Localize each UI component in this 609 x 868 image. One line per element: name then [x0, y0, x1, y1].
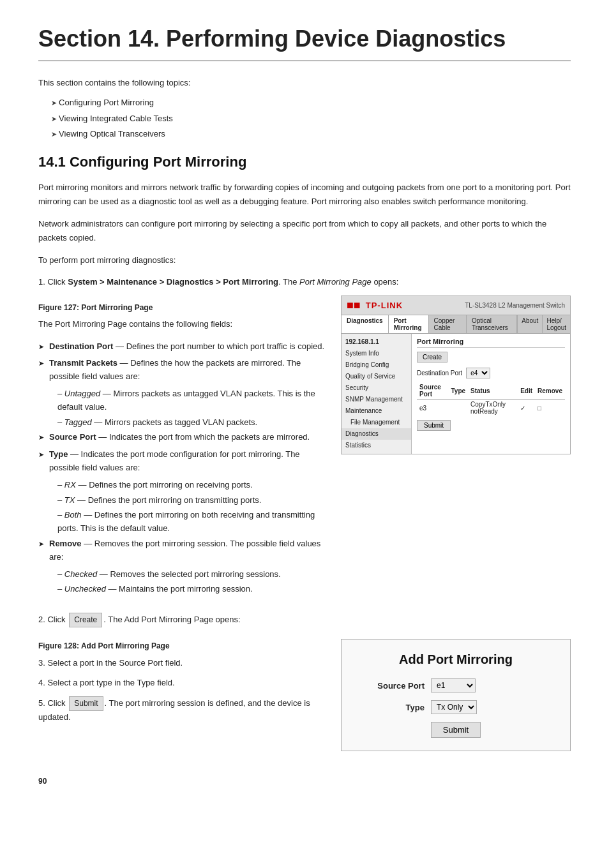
sidebar-snmp[interactable]: SNMP Management	[342, 394, 411, 405]
tplink-logo: TP-LINK	[366, 301, 403, 310]
transmit-sub-2: Tagged — Mirrors packets as tagged VLAN …	[57, 416, 328, 430]
step2-create-btn[interactable]: Create	[69, 613, 102, 627]
para1: Port mirroring monitors and mirrors netw…	[38, 181, 571, 208]
tplink-header: ■■ TP-LINK TL-SL3428 L2 Management Switc…	[342, 296, 570, 315]
nav-diagnostics[interactable]: Diagnostics	[342, 315, 389, 333]
topic-3: Viewing Optical Transceivers	[51, 128, 571, 141]
nav-help-logout[interactable]: Help/ Logout	[542, 315, 570, 333]
tplink-nav: Diagnostics Port Mirroring Copper Cable …	[342, 315, 570, 334]
step4-text: 4. Select a port type in the Type field.	[38, 677, 328, 690]
sidebar-file-mgmt[interactable]: File Management	[342, 417, 411, 428]
sidebar-bridging[interactable]: Bridging Config	[342, 359, 411, 371]
sidebar-maintenance[interactable]: Maintenance	[342, 405, 411, 417]
left-col-2: Figure 128: Add Port Mirroring Page 3. S…	[38, 634, 328, 731]
type-label: Type	[49, 449, 68, 459]
tplink-table: Source Port Type Status Edit Remove e3	[417, 382, 565, 416]
remove-label: Remove	[49, 539, 82, 548]
nav-copper-cable[interactable]: Copper Cable	[429, 315, 467, 333]
type-sub-both: Both — Defines the port mirroring on bot…	[57, 509, 328, 535]
tplink-content-title: Port Mirroring	[417, 338, 565, 348]
type-bullet: Type — Indicates the port mode configura…	[38, 448, 328, 475]
tplink-body: 192.168.1.1 System Info Bridging Config …	[342, 334, 570, 454]
col-type: Type	[448, 382, 468, 400]
para2: Network administrators can configure por…	[38, 217, 571, 244]
para3: To perform port mirroring diagnostics:	[38, 253, 571, 267]
col-source-port: Source Port	[417, 382, 448, 400]
source-port-field-label: Source Port	[361, 681, 425, 691]
step5-submit-btn[interactable]: Submit	[69, 696, 103, 711]
add-port-widget: Add Port Mirroring Source Port e1 Type T…	[341, 634, 571, 751]
tplink-submit-button[interactable]: Submit	[417, 420, 451, 431]
source-port-label: Source Port	[49, 432, 96, 442]
nav-about[interactable]: About	[517, 315, 542, 333]
source-port-bullet: Source Port — Indicates the port from wh…	[38, 431, 328, 444]
field-bullets: Destination Port — Defines the port numb…	[38, 340, 328, 597]
figure127-label: Figure 127: Port Mirroring Page	[38, 303, 328, 312]
step1-text: 1. Click System > Maintenance > Diagnost…	[38, 276, 571, 289]
tplink-sidebar: 192.168.1.1 System Info Bridging Config …	[342, 334, 412, 454]
sidebar-system-info[interactable]: System Info	[342, 348, 411, 359]
page-number: 90	[38, 777, 47, 786]
source-port-row: Source Port e1	[361, 678, 551, 692]
topic-1: Configuring Port Mirroring	[51, 96, 571, 110]
col-edit: Edit	[518, 382, 535, 400]
page-container: Section 14. Performing Device Diagnostic…	[0, 0, 609, 798]
cell-edit[interactable]: ✓	[518, 400, 535, 417]
tplink-dots: ■■	[347, 299, 361, 312]
sidebar-ip: 192.168.1.1	[342, 336, 411, 348]
tplink-dest-select[interactable]: e4	[466, 368, 490, 378]
tplink-device: TL-SL3428 L2 Management Switch	[407, 302, 565, 309]
tplink-dest-row: Destination Port e4	[417, 368, 565, 378]
sidebar-security[interactable]: Security	[342, 382, 411, 394]
topic-2: Viewing Integrated Cable Tests	[51, 112, 571, 126]
step2-text: 2. Click Create. The Add Port Mirroring …	[38, 613, 571, 627]
tplink-box: ■■ TP-LINK TL-SL3428 L2 Management Switc…	[341, 296, 571, 454]
transmit-sub-1: Untagged — Mirrors packets as untagged V…	[57, 387, 328, 414]
cell-remove[interactable]: □	[535, 400, 565, 417]
subsection-14-1-title: 14.1 Configuring Port Mirroring	[38, 154, 571, 170]
intro-text: This section contains the following topi…	[38, 77, 571, 90]
figure128-section: Figure 128: Add Port Mirroring Page 3. S…	[38, 634, 571, 751]
sidebar-statistics[interactable]: Statistics	[342, 440, 411, 451]
nav-optical[interactable]: Optical Transceivers	[467, 315, 517, 333]
add-port-title: Add Port Mirroring	[361, 652, 551, 667]
tplink-content: Port Mirroring Create Destination Port e…	[412, 334, 570, 454]
fields-intro: The Port Mirroring Page contains the fol…	[38, 317, 328, 331]
type-sub-tx: TX — Defines the port mirroring on trans…	[57, 494, 328, 507]
add-port-submit-button[interactable]: Submit	[431, 722, 481, 738]
sidebar-diagnostics[interactable]: Diagnostics	[342, 428, 411, 440]
cell-status: CopyTxOnly notReady	[468, 400, 518, 417]
nav-port-mirroring[interactable]: Port Mirroring	[389, 315, 429, 333]
cell-type	[448, 400, 468, 417]
type-row: Type Tx Only	[361, 700, 551, 714]
step3-text: 3. Select a port in the Source Port fiel…	[38, 657, 328, 670]
tplink-widget: ■■ TP-LINK TL-SL3428 L2 Management Switc…	[341, 296, 571, 454]
add-port-box: Add Port Mirroring Source Port e1 Type T…	[341, 639, 571, 751]
tplink-dest-label: Destination Port	[417, 370, 462, 377]
tplink-nav-right: About Help/ Logout	[517, 315, 570, 333]
table-row: e3 CopyTxOnly notReady ✓ □	[417, 400, 565, 417]
figure128-label: Figure 128: Add Port Mirroring Page	[38, 641, 328, 650]
dest-port-bullet: Destination Port — Defines the port numb…	[38, 340, 328, 354]
dest-port-label: Destination Port	[49, 341, 113, 351]
type-field-label: Type	[361, 703, 425, 712]
remove-bullet: Remove — Removes the port mirroring sess…	[38, 537, 328, 564]
tplink-submit-row: Submit	[417, 420, 565, 431]
source-port-select[interactable]: e1	[431, 678, 476, 692]
figure127-section: Figure 127: Port Mirroring Page The Port…	[38, 296, 571, 604]
col-remove: Remove	[535, 382, 565, 400]
type-select[interactable]: Tx Only	[431, 700, 477, 714]
cell-source-port: e3	[417, 400, 448, 417]
left-col: Figure 127: Port Mirroring Page The Port…	[38, 296, 328, 604]
remove-sub-unchecked: Unchecked — Maintains the port mirroring…	[57, 583, 328, 596]
sidebar-qos[interactable]: Quality of Service	[342, 371, 411, 382]
step5-text: 5. Click Submit. The port mirroring sess…	[38, 696, 328, 724]
type-sub-rx: RX — Defines the port mirroring on recei…	[57, 479, 328, 492]
tplink-create-button[interactable]: Create	[417, 352, 447, 363]
remove-sub-checked: Checked — Removes the selected port mirr…	[57, 568, 328, 581]
transmit-packets-bullet: Transmit Packets — Defines the how the p…	[38, 357, 328, 384]
topics-list: Configuring Port Mirroring Viewing Integ…	[51, 96, 571, 141]
transmit-packets-label: Transmit Packets	[49, 358, 117, 368]
col-status: Status	[468, 382, 518, 400]
section-title: Section 14. Performing Device Diagnostic…	[38, 26, 571, 61]
